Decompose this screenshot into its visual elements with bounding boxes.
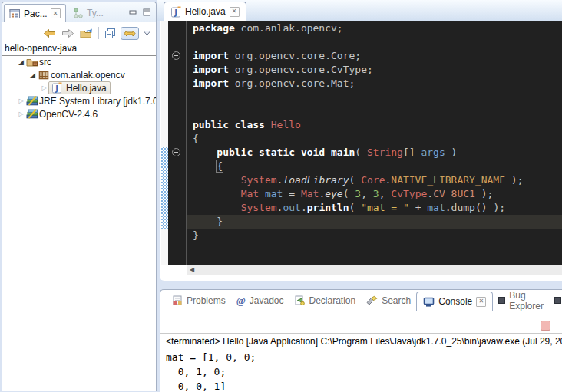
tab-hello-java[interactable]: J Hello.java ✕ [164,2,246,21]
package-explorer-tabbar: Pac... ✕ Ty... [2,2,156,22]
tree-item-src[interactable]: ◢src [2,55,156,68]
code-line[interactable]: System.loadLibrary( Core.NATIVE_LIBRARY_… [187,173,562,187]
declaration-icon [294,295,305,305]
link-with-editor-button[interactable] [121,27,139,40]
svg-text:J: J [55,84,58,93]
code-line[interactable]: import org.opencv.core.CvType; [187,63,562,77]
tab-console[interactable]: Console✕ [416,292,493,311]
tab-label: Javadoc [250,295,284,306]
console-output: mat = [1, 0, 0; 0, 1, 0; 0, 0, 1] [166,350,562,392]
javadoc-icon: @ [236,295,246,305]
code-line[interactable]: System.out.println( "mat = " + mat.dump(… [187,201,562,215]
java-file-icon: J [50,82,64,94]
console-icon [423,297,435,307]
code-line[interactable]: public class Hello [187,118,562,132]
tree-item-label: src [39,57,51,68]
editor-panel: package com.anlak.opencv;import org.open… [160,21,562,281]
code-line[interactable]: import org.opencv.core.Core; [187,49,562,63]
code-line[interactable]: public static void main( String[] args ) [187,146,562,160]
tab-label: Console [438,296,472,307]
collapsed-arrow-icon[interactable]: ▷ [17,110,25,117]
tree-item-hello-java[interactable]: ▷JHello.java [2,81,156,94]
tab-search[interactable]: Search [361,291,416,311]
fold-gutter[interactable] [168,21,187,265]
fold-collapse-icon[interactable] [172,148,180,156]
code-area[interactable]: package com.anlak.opencv;import org.open… [187,21,562,265]
search-icon [366,295,378,305]
view-menu-button[interactable] [141,29,153,37]
back-button[interactable] [41,28,58,39]
type-hierarchy-icon [73,8,84,18]
view-window-buttons [129,8,151,17]
code-line[interactable] [187,104,562,118]
code-line[interactable]: { [187,160,562,173]
tab-package-explorer[interactable]: Pac... ✕ [4,4,66,22]
tab-label: Declaration [309,295,355,306]
code-line[interactable]: { [187,132,562,146]
code-line[interactable]: } [187,215,562,229]
expanded-arrow-icon[interactable]: ◢ [28,71,37,79]
tree-item-label: com.anlak.opencv [51,70,125,81]
tree-item-com-anlak-opencv[interactable]: ◢com.anlak.opencv [2,68,156,81]
svg-text:J: J [174,8,177,16]
tree-item-opencv-2-4-6[interactable]: ▷OpenCV-2.4.6 [2,107,156,120]
range-indicator [161,147,168,229]
tab-label: Search [382,295,411,306]
console-body[interactable]: <terminated> Hello [Java Application] C:… [160,333,562,392]
collapse-all-button[interactable] [103,27,118,40]
project-root-label[interactable]: hello-opencv-java [2,43,156,56]
fold-collapse-icon[interactable] [172,51,180,60]
code-line[interactable]: package com.anlak.opencv; [187,21,562,35]
tree-item-jre-system-library-jdk1-7-0[interactable]: ▷JRE System Library [jdk1.7.0 [2,94,156,107]
bug-icon [554,297,561,304]
tab-javadoc[interactable]: @Javadoc [231,291,289,311]
tab-label: Bug Explorer [509,290,544,311]
collapsed-arrow-icon[interactable]: ▷ [17,97,25,104]
package-folder-icon [25,57,39,67]
collapse-all-icon [104,28,117,39]
tab-type-hierarchy[interactable]: Ty... [68,4,108,21]
console-panel: Problems@JavadocDeclarationSearchConsole… [160,289,562,392]
close-icon[interactable]: ✕ [476,297,486,307]
close-icon[interactable]: ✕ [51,8,61,18]
code-line[interactable]: } [187,229,562,242]
java-file-icon: J [170,6,181,18]
close-icon[interactable]: ✕ [230,7,240,17]
link-with-editor-icon [123,28,137,38]
code-line[interactable]: Mat mat = Mat.eye( 3, 3, CvType.CV_8UC1 … [187,187,562,201]
forward-button[interactable] [60,28,76,39]
code-line[interactable] [187,91,562,104]
back-icon [43,28,56,38]
tab-bug[interactable]: Bug [549,291,562,311]
package-explorer-toolbar [41,24,153,42]
editor-tabbar: J Hello.java ✕ [157,0,562,21]
console-status-line: <terminated> Hello [Java Application] C:… [166,336,562,347]
maximize-icon[interactable] [143,8,151,17]
scroll-left-arrow-icon[interactable]: ◀ [190,267,194,273]
problems-icon [172,295,183,305]
up-icon [80,28,93,38]
tree-item-label: JRE System Library [jdk1.7.0 [39,96,156,107]
project-tree: ◢src◢com.anlak.opencv▷JHello.java▷JRE Sy… [2,55,156,391]
tab-label: Problems [187,295,226,306]
collapsed-arrow-icon[interactable]: ▷ [40,84,48,91]
tab-declaration[interactable]: Declaration [289,291,361,311]
tab-type-hierarchy-label: Ty... [87,8,104,18]
library-icon [25,109,39,119]
console-tabbar: Problems@JavadocDeclarationSearchConsole… [160,290,562,311]
view-menu-icon [143,30,151,36]
selected-item-highlight: JHello.java [48,81,111,94]
expanded-arrow-icon[interactable]: ◢ [17,58,25,66]
horizontal-scrollbar[interactable]: ◀ [187,265,562,275]
code-line[interactable] [187,35,562,49]
tab-bug-explorer[interactable]: Bug Explorer [493,291,549,311]
package-icon [37,71,51,80]
terminate-button[interactable] [541,321,550,331]
tab-problems[interactable]: Problems [167,291,231,311]
minimize-icon[interactable] [129,8,137,17]
forward-icon [61,28,74,38]
package-explorer-icon [9,8,21,19]
library-icon [25,96,39,106]
up-button[interactable] [78,27,94,39]
code-line[interactable]: import org.opencv.core.Mat; [187,77,562,91]
